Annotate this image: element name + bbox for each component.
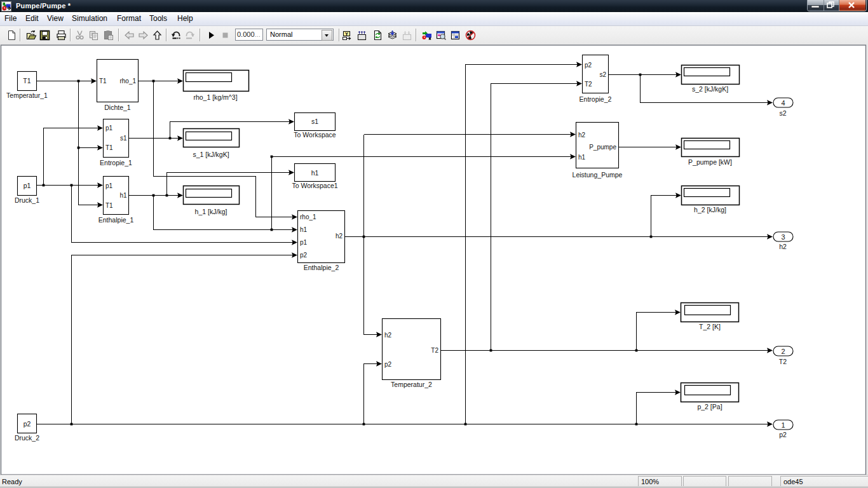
svg-text:T2: T2 [779, 358, 787, 365]
svg-text:h2: h2 [384, 332, 392, 339]
svg-text:h1: h1 [578, 154, 586, 161]
svg-text:T2: T2 [431, 347, 438, 354]
svg-text:s2: s2 [599, 71, 606, 78]
svg-text:T1: T1 [105, 144, 113, 151]
svg-text:T2: T2 [585, 81, 592, 88]
svg-text:h_2 [kJ/kg]: h_2 [kJ/kg] [694, 206, 726, 214]
svg-text:Enthalpie_1: Enthalpie_1 [98, 216, 134, 224]
svg-text:Temperatur_1: Temperatur_1 [6, 92, 48, 99]
svg-text:Druck_2: Druck_2 [15, 434, 39, 442]
svg-text:T1: T1 [99, 78, 107, 85]
svg-text:p1: p1 [24, 182, 31, 189]
svg-text:Leistung_Pumpe: Leistung_Pumpe [573, 171, 623, 179]
svg-text:T_2 [K]: T_2 [K] [699, 323, 721, 330]
svg-text:p_2 [Pa]: p_2 [Pa] [697, 403, 722, 410]
svg-text:p1: p1 [105, 182, 113, 189]
svg-text:p2: p2 [384, 361, 392, 368]
svg-text:2: 2 [781, 348, 785, 355]
svg-text:1: 1 [781, 421, 785, 429]
svg-text:s2: s2 [779, 109, 786, 117]
svg-text:P_pumpe: P_pumpe [589, 144, 616, 151]
svg-text:p2: p2 [585, 62, 592, 69]
svg-text:3: 3 [781, 233, 785, 241]
svg-text:h1: h1 [300, 226, 308, 233]
svg-text:To Workspace: To Workspace [294, 131, 336, 139]
svg-text:s1: s1 [311, 118, 318, 125]
svg-text:h2: h2 [578, 132, 586, 139]
svg-text:p2: p2 [24, 420, 31, 428]
svg-text:Dichte_1: Dichte_1 [104, 104, 131, 111]
svg-text:s1: s1 [120, 135, 127, 142]
svg-text:h1: h1 [311, 169, 319, 177]
svg-text:h_1 [kJ/kg]: h_1 [kJ/kg] [195, 208, 227, 215]
svg-text:rho_1 [kg/m^3]: rho_1 [kg/m^3] [193, 93, 237, 101]
svg-text:4: 4 [781, 99, 785, 107]
svg-text:p1: p1 [105, 125, 113, 132]
svg-text:T1: T1 [23, 77, 31, 85]
svg-text:Enthalpie_2: Enthalpie_2 [304, 264, 339, 271]
svg-text:rho_1: rho_1 [119, 78, 136, 85]
svg-text:P_pumpe [kW]: P_pumpe [kW] [688, 158, 732, 166]
svg-text:Entropie_2: Entropie_2 [580, 95, 612, 103]
svg-text:Entropie_1: Entropie_1 [100, 159, 132, 166]
svg-text:h2: h2 [779, 243, 787, 250]
svg-text:s_1 [kJ/kgK]: s_1 [kJ/kgK] [193, 151, 229, 158]
svg-text:h1: h1 [119, 192, 127, 199]
svg-text:Temperatur_2: Temperatur_2 [391, 381, 432, 388]
svg-text:Y: Y [345, 31, 348, 37]
svg-text:T1: T1 [105, 202, 113, 209]
svg-text:p2: p2 [779, 431, 787, 438]
svg-text:p2: p2 [300, 252, 308, 259]
svg-text:h2: h2 [336, 233, 343, 240]
svg-text:To Workspace1: To Workspace1 [292, 182, 337, 189]
svg-text:s_2 [kJ/kgK]: s_2 [kJ/kgK] [692, 85, 728, 93]
svg-text:p1: p1 [300, 239, 308, 246]
svg-text:Druck_1: Druck_1 [15, 196, 39, 204]
svg-text:rho_1: rho_1 [300, 214, 316, 220]
